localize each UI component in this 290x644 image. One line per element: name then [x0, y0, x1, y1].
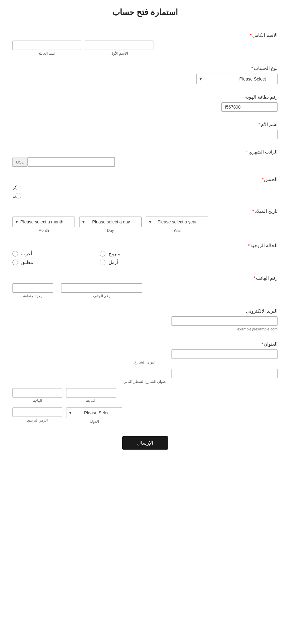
- full-name-section: الاسم الكامل* الاسم الأول اسم العائلة: [12, 32, 278, 56]
- salary-label: الراتب الشهري*: [12, 149, 278, 155]
- phone-separator: -: [56, 288, 58, 294]
- marital-widowed-row: أرمل: [100, 260, 168, 265]
- marital-divorced-row: مطلق: [12, 260, 81, 265]
- marital-grid: متزوج أعزب أرمل مطلق: [12, 251, 168, 265]
- city-sublabel: المدينة: [66, 399, 116, 403]
- dob-section: تاريخ الميلاد* Please select a year Year…: [12, 208, 278, 233]
- phone-label: رقم الهاتف*: [12, 275, 278, 281]
- dob-day-select[interactable]: Please select a day: [79, 217, 142, 227]
- phone-number-sublabel: رقم الهاتف: [61, 294, 142, 298]
- email-input[interactable]: [172, 316, 278, 326]
- dob-day-sublabel: Day: [79, 228, 142, 233]
- gender-male-radio[interactable]: [16, 185, 21, 190]
- first-name-field: الاسم الأول: [85, 41, 153, 56]
- gender-section: الجنس* ذكر أنثى: [12, 177, 278, 198]
- marital-label: الحالة الزوجية*: [12, 243, 278, 248]
- gender-block: ذكر أنثى: [12, 185, 278, 198]
- mother-name-label: اسم الأم*: [12, 122, 278, 127]
- area-code-field: رمز المنطقة: [12, 283, 53, 298]
- country-zip-row: Please Select الدولة الرمز البريدي: [12, 407, 278, 424]
- dob-year-field: Please select a year Year: [146, 217, 208, 233]
- city-input[interactable]: [66, 388, 116, 398]
- email-label: البريد الالكتروني: [12, 308, 278, 314]
- first-name-sublabel: الاسم الأول: [85, 51, 153, 56]
- id-number-section: رقم بطاقة الهوية: [12, 94, 278, 112]
- zip-field: الرمز البريدي: [12, 407, 62, 422]
- marital-widowed-label: أرمل: [109, 260, 118, 265]
- country-sublabel: الدولة: [66, 419, 122, 424]
- account-type-section: نوع الحساب* Please Select: [12, 66, 278, 84]
- phone-row: رقم الهاتف - رمز المنطقة: [12, 283, 278, 298]
- city-state-row: المدينة الولاية: [12, 388, 278, 403]
- state-input[interactable]: [12, 388, 62, 398]
- dob-month-field: Please select a month Month: [12, 217, 75, 233]
- salary-input[interactable]: [27, 157, 115, 167]
- account-type-select[interactable]: Please Select: [196, 74, 278, 84]
- address-section: العنوان* عنوان الشارع عنوان الشارع السطر…: [12, 341, 278, 424]
- marital-single-radio[interactable]: [12, 251, 18, 256]
- zip-input[interactable]: [12, 407, 62, 417]
- marital-married-row: متزوج: [100, 251, 168, 256]
- address-line1-field: عنوان الشارع: [12, 349, 278, 364]
- name-row: الاسم الأول اسم العائلة: [12, 41, 278, 56]
- gender-male-row: ذكر: [12, 185, 278, 190]
- salary-section: الراتب الشهري* USD: [12, 149, 278, 167]
- marital-widowed-radio[interactable]: [100, 260, 105, 265]
- address-line2-input[interactable]: [172, 369, 278, 378]
- main-form: الاسم الكامل* الاسم الأول اسم العائلة نو…: [0, 32, 290, 468]
- full-name-label: الاسم الكامل*: [12, 32, 278, 38]
- dob-day-field: Please select a day Day: [79, 217, 142, 233]
- last-name-field: اسم العائلة: [12, 41, 81, 56]
- email-section: البريد الالكتروني example@example.com: [12, 308, 278, 331]
- city-field: المدينة: [66, 388, 116, 403]
- phone-number-input[interactable]: [61, 283, 142, 293]
- state-sublabel: الولاية: [12, 399, 62, 403]
- submit-section: الإرسال: [12, 436, 278, 450]
- marital-single-label: أعزب: [21, 251, 32, 256]
- dob-year-select[interactable]: Please select a year: [146, 217, 208, 227]
- account-type-label: نوع الحساب*: [12, 66, 278, 71]
- mother-name-section: اسم الأم*: [12, 122, 278, 139]
- address-label: العنوان*: [12, 341, 278, 347]
- submit-button[interactable]: الإرسال: [122, 436, 168, 450]
- id-number-input[interactable]: [221, 102, 278, 112]
- mother-name-input[interactable]: [178, 130, 278, 139]
- last-name-sublabel: اسم العائلة: [12, 51, 81, 56]
- dob-label: تاريخ الميلاد*: [12, 208, 278, 214]
- address-line1-sublabel: عنوان الشارع: [12, 360, 278, 364]
- gender-label: الجنس*: [12, 177, 278, 182]
- country-select[interactable]: Please Select: [66, 407, 122, 418]
- gender-female-radio[interactable]: [16, 193, 21, 198]
- area-code-sublabel: رمز المنطقة: [12, 294, 53, 298]
- email-hint: example@example.com: [12, 327, 278, 331]
- currency-badge: USD: [12, 158, 27, 167]
- account-type-wrapper: Please Select: [196, 74, 278, 84]
- address-line2-sublabel: عنوان الشارع السطر الثاني: [12, 379, 278, 384]
- country-field: Please Select الدولة: [66, 407, 122, 424]
- marital-divorced-label: مطلق: [21, 260, 33, 265]
- last-name-input[interactable]: [12, 41, 81, 50]
- page-title: استمارة فتح حساب: [0, 7, 290, 17]
- id-number-label: رقم بطاقة الهوية: [12, 94, 278, 100]
- dob-year-sublabel: Year: [146, 228, 208, 233]
- marital-married-radio[interactable]: [100, 251, 105, 256]
- phone-number-field: رقم الهاتف: [61, 283, 142, 298]
- address-line1-input[interactable]: [172, 349, 278, 359]
- marital-married-label: متزوج: [109, 251, 120, 256]
- gender-female-row: أنثى: [12, 193, 278, 198]
- phone-section: رقم الهاتف* رقم الهاتف - رمز المنطقة: [12, 275, 278, 298]
- first-name-input[interactable]: [85, 41, 153, 50]
- page-header: استمارة فتح حساب: [0, 0, 290, 23]
- area-code-input[interactable]: [12, 283, 53, 293]
- dob-month-sublabel: Month: [12, 228, 75, 233]
- dob-month-select[interactable]: Please select a month: [12, 217, 75, 227]
- dob-row: Please select a year Year Please select …: [12, 217, 278, 233]
- marital-section: الحالة الزوجية* متزوج أعزب أرمل مطلق: [12, 243, 278, 265]
- state-field: الولاية: [12, 388, 62, 403]
- salary-wrapper: USD: [12, 157, 278, 167]
- zip-sublabel: الرمز البريدي: [12, 418, 62, 422]
- marital-divorced-radio[interactable]: [12, 260, 18, 265]
- marital-single-row: أعزب: [12, 251, 81, 256]
- address-line2-field: عنوان الشارع السطر الثاني: [12, 369, 278, 384]
